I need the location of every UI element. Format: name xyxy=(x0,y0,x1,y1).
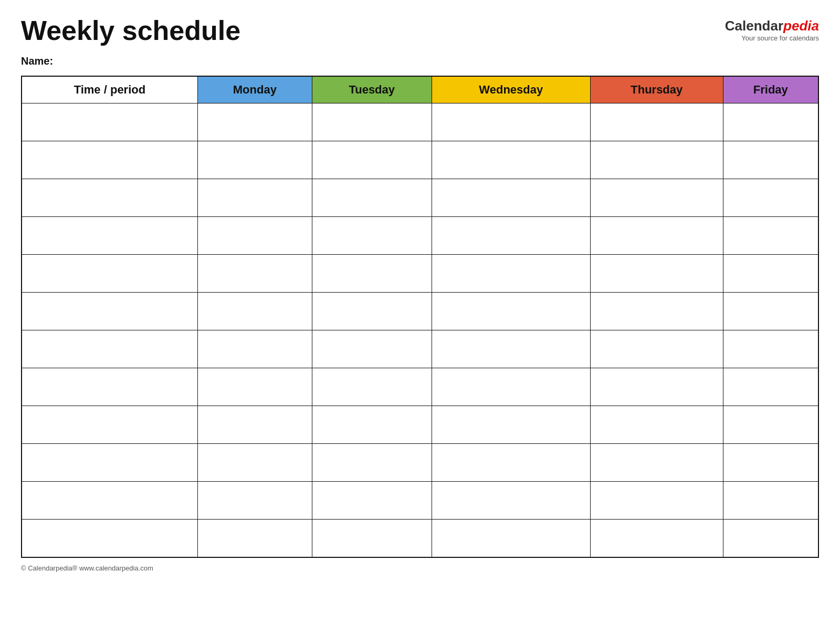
col-header-time: Time / period xyxy=(22,76,197,103)
table-cell[interactable] xyxy=(22,330,197,368)
table-cell[interactable] xyxy=(590,520,723,557)
table-row xyxy=(22,141,818,179)
table-cell[interactable] xyxy=(22,255,197,293)
table-cell[interactable] xyxy=(22,103,197,141)
table-cell[interactable] xyxy=(197,444,312,482)
table-cell[interactable] xyxy=(590,293,723,330)
table-cell[interactable] xyxy=(723,293,818,330)
logo-text: Calendarpedia xyxy=(725,18,819,34)
table-cell[interactable] xyxy=(590,179,723,217)
table-cell[interactable] xyxy=(197,482,312,520)
table-cell[interactable] xyxy=(723,179,818,217)
table-cell[interactable] xyxy=(22,444,197,482)
col-header-wednesday: Wednesday xyxy=(432,76,590,103)
table-cell[interactable] xyxy=(590,141,723,179)
table-cell[interactable] xyxy=(590,217,723,255)
logo-part1: Calendar xyxy=(725,18,783,34)
table-cell[interactable] xyxy=(22,368,197,406)
table-cell[interactable] xyxy=(590,444,723,482)
table-cell[interactable] xyxy=(197,141,312,179)
table-row xyxy=(22,406,818,444)
col-header-thursday: Thursday xyxy=(590,76,723,103)
schedule-body xyxy=(22,103,818,557)
table-cell[interactable] xyxy=(22,179,197,217)
table-row xyxy=(22,482,818,520)
col-header-monday: Monday xyxy=(197,76,312,103)
table-cell[interactable] xyxy=(312,255,432,293)
page-header: Weekly schedule Calendarpedia Your sourc… xyxy=(21,16,819,46)
table-cell[interactable] xyxy=(22,293,197,330)
table-cell[interactable] xyxy=(22,520,197,557)
table-row xyxy=(22,520,818,557)
table-cell[interactable] xyxy=(432,293,590,330)
table-cell[interactable] xyxy=(432,444,590,482)
table-row xyxy=(22,217,818,255)
table-cell[interactable] xyxy=(723,368,818,406)
table-cell[interactable] xyxy=(312,520,432,557)
page-title: Weekly schedule xyxy=(21,16,240,46)
table-cell[interactable] xyxy=(723,103,818,141)
table-cell[interactable] xyxy=(197,520,312,557)
col-header-friday: Friday xyxy=(723,76,818,103)
table-cell[interactable] xyxy=(432,330,590,368)
table-cell[interactable] xyxy=(590,330,723,368)
logo: Calendarpedia Your source for calendars xyxy=(725,16,819,42)
table-cell[interactable] xyxy=(22,406,197,444)
table-cell[interactable] xyxy=(723,255,818,293)
table-cell[interactable] xyxy=(723,217,818,255)
name-label: Name: xyxy=(21,55,819,67)
table-cell[interactable] xyxy=(590,103,723,141)
table-cell[interactable] xyxy=(590,255,723,293)
table-header-row: Time / period Monday Tuesday Wednesday T… xyxy=(22,76,818,103)
table-cell[interactable] xyxy=(723,482,818,520)
table-row xyxy=(22,330,818,368)
table-cell[interactable] xyxy=(723,444,818,482)
table-cell[interactable] xyxy=(723,406,818,444)
table-cell[interactable] xyxy=(590,368,723,406)
table-cell[interactable] xyxy=(197,368,312,406)
schedule-table: Time / period Monday Tuesday Wednesday T… xyxy=(21,76,819,558)
table-cell[interactable] xyxy=(432,368,590,406)
table-cell[interactable] xyxy=(197,179,312,217)
table-cell[interactable] xyxy=(197,217,312,255)
table-cell[interactable] xyxy=(432,255,590,293)
table-row xyxy=(22,293,818,330)
table-cell[interactable] xyxy=(22,141,197,179)
table-row xyxy=(22,444,818,482)
table-cell[interactable] xyxy=(197,255,312,293)
table-cell[interactable] xyxy=(590,406,723,444)
table-cell[interactable] xyxy=(197,293,312,330)
footer: © Calendarpedia® www.calendarpedia.com xyxy=(21,564,819,572)
table-cell[interactable] xyxy=(312,406,432,444)
table-row xyxy=(22,103,818,141)
table-cell[interactable] xyxy=(197,103,312,141)
table-cell[interactable] xyxy=(723,141,818,179)
table-cell[interactable] xyxy=(432,520,590,557)
table-row xyxy=(22,255,818,293)
table-cell[interactable] xyxy=(312,103,432,141)
table-cell[interactable] xyxy=(197,406,312,444)
table-cell[interactable] xyxy=(312,179,432,217)
table-cell[interactable] xyxy=(432,406,590,444)
table-cell[interactable] xyxy=(312,482,432,520)
table-cell[interactable] xyxy=(312,368,432,406)
table-cell[interactable] xyxy=(312,444,432,482)
table-cell[interactable] xyxy=(723,520,818,557)
table-cell[interactable] xyxy=(312,217,432,255)
table-cell[interactable] xyxy=(432,179,590,217)
table-cell[interactable] xyxy=(312,330,432,368)
table-cell[interactable] xyxy=(432,217,590,255)
table-cell[interactable] xyxy=(432,482,590,520)
table-cell[interactable] xyxy=(22,482,197,520)
table-row xyxy=(22,179,818,217)
table-cell[interactable] xyxy=(432,141,590,179)
table-cell[interactable] xyxy=(312,141,432,179)
table-cell[interactable] xyxy=(432,103,590,141)
table-cell[interactable] xyxy=(723,330,818,368)
table-cell[interactable] xyxy=(22,217,197,255)
table-cell[interactable] xyxy=(312,293,432,330)
logo-subtitle: Your source for calendars xyxy=(725,34,819,42)
table-cell[interactable] xyxy=(197,330,312,368)
footer-text: © Calendarpedia® www.calendarpedia.com xyxy=(21,564,153,572)
table-cell[interactable] xyxy=(590,482,723,520)
